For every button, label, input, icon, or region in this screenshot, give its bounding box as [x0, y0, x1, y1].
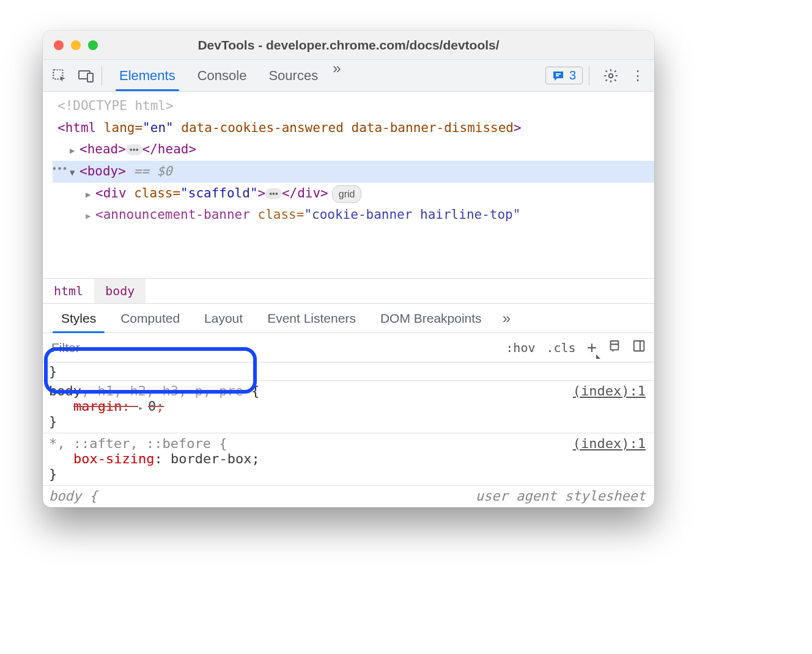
rule-selector[interactable]: body, h1, h2, h3, p, pre { — [49, 383, 648, 399]
inspect-element-icon[interactable] — [50, 67, 68, 85]
rule-selector[interactable]: *, ::after, ::before { — [49, 436, 648, 451]
dom-div-scaffold[interactable]: ▶<div class="scaffold">•••</div>grid — [53, 183, 654, 205]
device-toolbar-icon[interactable] — [77, 67, 95, 85]
subtab-computed[interactable]: Computed — [108, 304, 192, 333]
devtools-window: DevTools - developer.chrome.com/docs/dev… — [43, 31, 654, 507]
dom-breadcrumb: html body — [43, 278, 654, 304]
tab-sources[interactable]: Sources — [257, 60, 329, 91]
more-subtabs-icon[interactable]: » — [499, 310, 512, 327]
rule-source-link[interactable]: (index):1 — [573, 436, 646, 451]
dom-banner-partial[interactable]: ▶<announcement-banner class="cookie-bann… — [53, 204, 654, 226]
subtab-event-listeners[interactable]: Event Listeners — [255, 304, 368, 333]
rule-declaration[interactable]: margin: ▸0; — [49, 399, 648, 414]
crumb-html[interactable]: html — [43, 279, 94, 303]
cls-toggle[interactable]: .cls — [546, 340, 575, 355]
new-style-rule-icon[interactable]: + — [587, 338, 597, 358]
styles-filter-row: :hov .cls + — [43, 333, 654, 362]
svg-rect-4 — [556, 75, 559, 76]
svg-rect-7 — [634, 341, 644, 351]
more-menu-icon[interactable]: ⋮ — [629, 67, 647, 85]
computed-sidebar-icon[interactable] — [632, 339, 646, 356]
divider — [589, 67, 589, 85]
subtab-dom-breakpoints[interactable]: DOM Breakpoints — [368, 304, 494, 333]
main-toolbar: Elements Console Sources » 3 ⋮ — [43, 60, 654, 92]
rule-source-ua: user agent stylesheet — [476, 488, 646, 504]
dom-head[interactable]: ▶<head>•••</head> — [53, 139, 654, 161]
dom-body-selected[interactable]: ••• ▼<body> == $0 — [53, 161, 654, 183]
issues-badge[interactable]: 3 — [545, 67, 583, 84]
minimize-window-button[interactable] — [71, 40, 81, 50]
titlebar: DevTools - developer.chrome.com/docs/dev… — [43, 31, 654, 60]
ellipsis-icon[interactable]: ••• — [265, 188, 282, 199]
hov-toggle[interactable]: :hov — [506, 340, 535, 355]
tab-console[interactable]: Console — [186, 60, 258, 91]
tab-elements[interactable]: Elements — [108, 60, 186, 91]
divider — [102, 67, 102, 85]
subtab-styles[interactable]: Styles — [49, 304, 108, 333]
crumb-body[interactable]: body — [94, 279, 146, 303]
styles-subtabs: Styles Computed Layout Event Listeners D… — [43, 304, 654, 333]
styles-rules: } (index):1 body, h1, h2, h3, p, pre { m… — [43, 362, 654, 507]
svg-point-5 — [609, 73, 613, 78]
style-rule-prev-close[interactable]: } — [43, 362, 654, 381]
rule-declaration[interactable]: box-sizing: border-box; — [49, 451, 648, 466]
panel-tabs: Elements Console Sources » — [108, 60, 342, 91]
svg-rect-6 — [611, 341, 619, 350]
style-rule-3-ua[interactable]: user agent stylesheet body { — [43, 486, 654, 507]
ellipsis-icon[interactable]: ••• — [126, 144, 142, 155]
dom-html-open[interactable]: <html lang="en" data-cookies-answered da… — [53, 117, 654, 139]
window-controls — [54, 40, 98, 50]
more-tabs-icon[interactable]: » — [329, 60, 342, 91]
issues-icon — [552, 70, 564, 81]
elements-dom-tree[interactable]: <!DOCTYPE html> <html lang="en" data-coo… — [43, 92, 654, 278]
style-rule-1[interactable]: (index):1 body, h1, h2, h3, p, pre { mar… — [43, 381, 654, 433]
maximize-window-button[interactable] — [88, 40, 98, 50]
rule-source-link[interactable]: (index):1 — [573, 383, 646, 399]
window-title: DevTools - developer.chrome.com/docs/dev… — [43, 38, 654, 53]
dom-doctype[interactable]: <!DOCTYPE html> — [53, 95, 654, 117]
close-window-button[interactable] — [54, 40, 64, 50]
style-rule-2[interactable]: (index):1 *, ::after, ::before { box-siz… — [43, 433, 654, 486]
copy-styles-icon[interactable] — [608, 339, 621, 356]
subtab-layout[interactable]: Layout — [192, 304, 255, 333]
grid-chip[interactable]: grid — [332, 185, 362, 203]
styles-filter-input[interactable] — [43, 333, 506, 362]
issues-count: 3 — [569, 68, 576, 83]
svg-rect-3 — [556, 73, 561, 75]
settings-icon[interactable] — [602, 67, 620, 85]
svg-rect-2 — [87, 73, 93, 82]
